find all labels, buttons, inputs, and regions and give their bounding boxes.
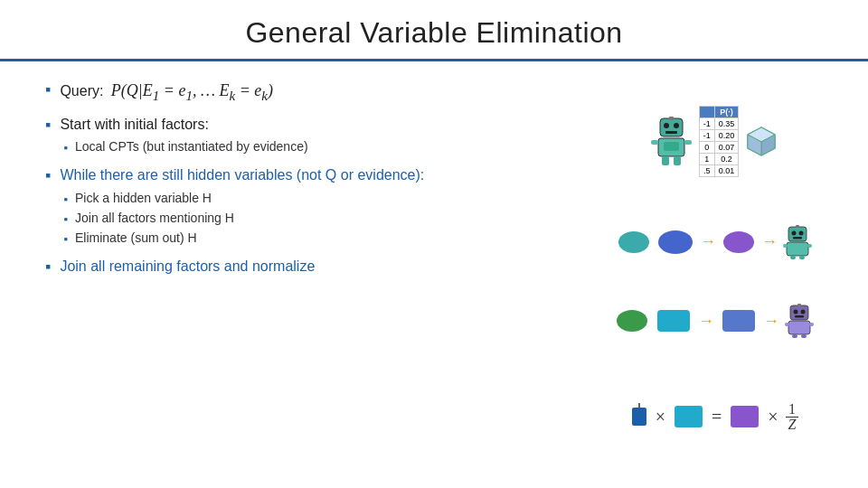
arrow-right-icon-2: → [761,232,778,251]
svg-rect-3 [665,131,677,134]
svg-rect-25 [807,244,812,248]
cpt-row4-col2: 0.2 [714,153,739,164]
start-sub-bullets: ▪ Local CPTs (but instantiated by eviden… [63,138,307,156]
svg-rect-23 [787,242,808,256]
arrow-right-icon-4: → [763,312,779,331]
svg-point-17 [723,231,754,253]
svg-point-19 [792,230,797,235]
start-sub-1: ▪ Local CPTs (but instantiated by eviden… [63,138,307,156]
cpt-row1-col1: -1 [699,117,714,129]
while-sub-1-text: Pick a hidden variable H [75,190,212,208]
svg-rect-34 [795,315,804,318]
factor-blue-icon [656,229,694,256]
arrow-right-icon-3: → [698,312,714,331]
box-3d-icon [746,126,778,157]
svg-rect-41 [632,408,646,426]
while-sub-bullets: ▪ Pick a hidden variable H ▪ Join all fa… [63,190,424,249]
start-label: Start with initial factors: [60,117,209,132]
svg-rect-26 [790,256,796,259]
svg-rect-30 [722,310,755,332]
svg-rect-37 [785,323,789,326]
normalize-teal-box [673,403,704,430]
while-label: While there are still hidden variables (… [60,167,424,183]
svg-point-32 [794,310,798,314]
svg-point-33 [801,310,806,314]
query-text: Query: P(Q|E1 = e1, … Ek = ek) [60,80,273,106]
slide: General Variable Elimination ▪ Query: P(… [0,0,868,488]
svg-rect-21 [793,237,802,239]
left-column: ▪ Query: P(Q|E1 = e1, … Ek = ek) ▪ Start… [0,70,561,479]
join-label: Join all remaining factors and normalize [60,257,315,277]
start-sub-1-text: Local CPTs (but instantiated by evidence… [75,138,308,156]
start-bullet-icon: ▪ [45,116,51,135]
svg-rect-29 [657,310,690,332]
svg-point-28 [617,310,647,332]
svg-point-2 [674,123,679,128]
robot-icon-3 [785,304,814,338]
slide-header: General Variable Elimination [0,0,868,61]
svg-rect-31 [790,305,808,320]
robot-icon-2 [783,225,812,259]
factor-purple-icon [722,230,756,255]
start-sub-1-icon: ▪ [63,140,68,156]
cpt-header-col1 [699,106,714,117]
svg-rect-44 [731,406,759,427]
factor-visual-row1: → → [617,225,812,259]
factor-teal-icon [617,230,651,255]
fraction-1z: 1 Z [785,402,798,432]
times-frac-sign: × [768,407,778,427]
cpt-row5-col1: .5 [699,164,714,176]
factor-teal2-icon [655,307,693,334]
svg-rect-4 [669,117,674,120]
cpt-row3-col1: 0 [699,141,714,153]
start-text: Start with initial factors: ▪ Local CPTs… [60,115,307,157]
svg-rect-6 [664,142,679,151]
while-sub-2-icon: ▪ [63,211,68,228]
factor-visual-row2: → → [615,304,814,338]
svg-rect-22 [796,225,799,228]
svg-point-15 [618,231,649,253]
equals-sign: = [712,407,722,427]
query-bullet-icon: ▪ [45,80,51,99]
multiply-sign: × [656,407,665,427]
svg-point-1 [664,123,669,128]
cpt-visual-group: P(·) -10.35 -10.20 00.07 10.2 .50.01 [651,106,778,177]
query-formula: P(Q|E1 = e1, … Ek = ek) [111,80,273,106]
start-bullet: ▪ Start with initial factors: ▪ Local CP… [45,115,542,157]
while-sub-3-text: Eliminate (sum out) H [75,230,197,248]
cpt-row1-col2: 0.35 [714,117,739,129]
svg-point-16 [658,230,693,254]
slide-title: General Variable Elimination [36,16,832,50]
while-sub-1-icon: ▪ [63,192,68,208]
factor-combined-icon [720,307,758,334]
cpt-row2-col1: -1 [699,129,714,141]
query-bullet: ▪ Query: P(Q|E1 = e1, … Ek = ek) [45,80,542,106]
svg-rect-10 [674,156,681,165]
svg-rect-27 [799,256,805,259]
cpt-table: P(·) -10.35 -10.20 00.07 10.2 .50.01 [699,106,740,177]
svg-point-20 [799,230,804,235]
svg-rect-36 [788,321,810,334]
join-bullet-icon: ▪ [45,258,51,277]
svg-rect-35 [797,304,801,306]
normalize-visual: × = × 1 Z [588,385,841,448]
while-bullet: ▪ While there are still hidden variables… [45,165,542,248]
normalize-purple-box [729,403,760,430]
cpt-row5-col2: 0.01 [714,164,739,176]
while-text: While there are still hidden variables (… [60,165,424,248]
robot-icon [651,117,692,166]
arrow-right-icon-1: → [700,232,716,251]
slide-content: ▪ Query: P(Q|E1 = e1, … Ek = ek) ▪ Start… [0,61,868,488]
svg-rect-24 [783,244,788,248]
svg-rect-7 [651,140,658,145]
cpt-header-col2: P(·) [714,106,739,117]
svg-rect-43 [675,406,703,427]
cpt-row2-col2: 0.20 [714,129,739,141]
right-column: P(·) -10.35 -10.20 00.07 10.2 .50.01 [561,70,868,479]
join-bullet: ▪ Join all remaining factors and normali… [45,257,542,277]
query-label: Query: [60,83,103,99]
while-sub-3: ▪ Eliminate (sum out) H [63,230,424,248]
svg-rect-18 [788,227,807,241]
cpt-row3-col2: 0.07 [714,141,739,153]
cpt-row4-col1: 1 [699,153,714,164]
